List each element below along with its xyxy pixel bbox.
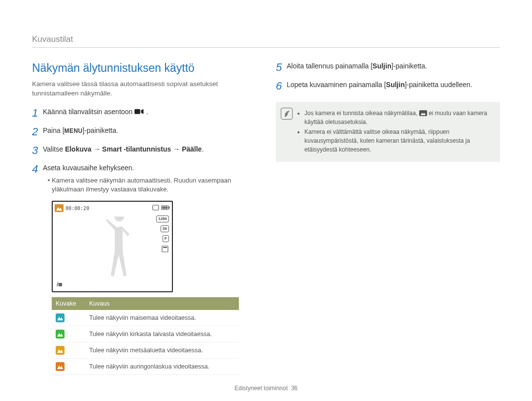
step-2: 2 Paina [MENU]-painiketta. <box>32 126 256 138</box>
table-cell-icon <box>52 359 85 375</box>
svg-rect-7 <box>163 207 164 209</box>
note-item-2: Kamera ei välttämättä valitse oikeaa näk… <box>304 127 491 154</box>
step-number: 2 <box>32 126 43 138</box>
table-cell-icon <box>52 310 85 326</box>
bold-shutter: Suljin <box>386 81 405 89</box>
bold-path-2: Smart -tilantunnistus <box>102 145 171 153</box>
step-sub-bullet: Kamera valitsee näkymän automaattisesti.… <box>52 176 256 194</box>
scene-icon <box>56 313 65 322</box>
step-body: Aseta kuvausaihe kehykseen. Kamera valit… <box>43 163 256 194</box>
svg-marker-16 <box>57 366 63 369</box>
table-head-desc: Kuvaus <box>85 297 239 310</box>
step-text: Lopeta kuvaaminen painamalla [ <box>287 81 386 89</box>
step-body: Käännä tilanvalitsin asentoon . <box>43 107 256 117</box>
scene-icon <box>56 330 65 339</box>
step-text-post: . <box>202 145 204 153</box>
table-row: Tulee näkyviin maisemaa videoitaessa. <box>52 310 239 326</box>
battery-icon <box>161 205 170 212</box>
arrow: → <box>92 145 102 153</box>
svg-rect-0 <box>134 109 140 114</box>
step-body: Lopeta kuvaaminen painamalla [Suljin]-pa… <box>287 80 500 90</box>
table-row: Tulee näkyviin auringonlaskua videoitaes… <box>52 359 239 375</box>
bold-path-3: Päälle <box>182 145 201 153</box>
svg-rect-12 <box>59 283 62 286</box>
note-box: Jos kamera ei tunnista oikeaa näkymätila… <box>276 102 500 162</box>
left-column: Näkymän älytunnistuksen käyttö Kamera va… <box>32 62 256 375</box>
lcd-fps-badge: 30 <box>161 225 169 232</box>
step-number: 4 <box>32 163 43 175</box>
step-text: Aseta kuvausaihe kehykseen. <box>43 164 134 172</box>
bold-shutter: Suljin <box>372 62 391 70</box>
step-text-post: ]-painiketta. <box>391 62 427 70</box>
table-cell-desc: Tulee näkyviin metsäaluetta videoitaessa… <box>85 342 239 359</box>
note-text: Jos kamera ei tunnista oikeaa näkymätila… <box>304 110 419 117</box>
step-6: 6 Lopeta kuvaaminen painamalla [Suljin]-… <box>276 80 500 92</box>
step-text-post: ]-painiketta. <box>83 126 118 134</box>
step-4: 4 Aseta kuvausaihe kehykseen. Kamera val… <box>32 163 256 194</box>
svg-rect-6 <box>169 207 170 209</box>
step-5: 5 Aloita tallennus painamalla [Suljin]-p… <box>276 62 500 73</box>
table-cell-desc: Tulee näkyviin kirkasta taivasta videoit… <box>85 326 239 342</box>
table-cell-desc: Tulee näkyviin maisemaa videoitaessa. <box>85 310 239 326</box>
step-number: 1 <box>32 107 43 119</box>
video-mode-icon <box>134 108 144 115</box>
svg-rect-17 <box>419 110 427 116</box>
svg-point-2 <box>142 110 143 111</box>
step-text: Käännä tilanvalitsin asentoon <box>43 108 134 116</box>
svg-rect-8 <box>164 207 166 209</box>
lcd-size-badge: 1280 <box>156 216 169 222</box>
table-row: Tulee näkyviin metsäaluetta videoitaessa… <box>52 342 239 359</box>
svg-rect-11 <box>163 247 167 248</box>
footer-label: Edistyneet toiminnot <box>234 385 288 392</box>
breadcrumb: Kuvaustilat <box>32 34 500 48</box>
info-icon <box>281 108 293 120</box>
smart-mode-badge-icon <box>55 204 64 212</box>
section-title: Näkymän älytunnistuksen käyttö <box>32 62 256 75</box>
page-footer: Edistyneet toiminnot 36 <box>32 385 500 392</box>
step-text: Paina [ <box>43 126 65 134</box>
table-cell-icon <box>52 326 85 342</box>
scene-icon <box>56 362 65 371</box>
scene-icon <box>56 346 65 355</box>
table-cell-desc: Tulee näkyviin auringonlaskua videoitaes… <box>85 359 239 375</box>
menu-label: MENU <box>65 127 83 134</box>
right-column: 5 Aloita tallennus painamalla [Suljin]-p… <box>276 62 500 375</box>
scene-icon-table: Kuvake Kuvaus Tulee näkyviin maisemaa vi… <box>52 297 239 375</box>
step-number: 6 <box>276 80 287 92</box>
table-row: Tulee näkyviin kirkasta taivasta videoit… <box>52 326 239 342</box>
arrow: → <box>171 145 182 153</box>
step-text: Aloita tallennus painamalla [ <box>287 62 372 70</box>
step-body: Paina [MENU]-painiketta. <box>43 126 256 136</box>
lcd-time: 00:00:20 <box>66 206 89 211</box>
intro-text: Kamera valitsee tässä tilassa automaatti… <box>32 80 256 98</box>
step-1: 1 Käännä tilanvalitsin asentoon . <box>32 107 256 119</box>
svg-marker-3 <box>56 207 62 211</box>
smart-inline-icon <box>419 110 427 116</box>
step-body: Aloita tallennus painamalla [Suljin]-pai… <box>287 62 500 71</box>
svg-rect-9 <box>166 207 167 209</box>
table-head-icon: Kuvake <box>52 297 85 310</box>
step-text-post: ]-painiketta uudelleen. <box>405 81 472 89</box>
step-3: 3 Valitse Elokuva → Smart -tilantunnistu… <box>32 145 256 156</box>
step-text-post: . <box>146 108 148 116</box>
note-item-1: Jos kamera ei tunnista oikeaa näkymätila… <box>304 109 491 126</box>
camera-lcd-illustration: 00:00:20 1280 30 F <box>52 201 173 292</box>
svg-marker-15 <box>57 349 63 353</box>
table-cell-icon <box>52 342 85 359</box>
card-icon <box>152 205 159 212</box>
bold-path-1: Elokuva <box>65 145 92 153</box>
lcd-focus-badge: F <box>163 235 169 242</box>
step-text: Valitse <box>43 145 65 153</box>
svg-rect-4 <box>153 205 159 210</box>
step-body: Valitse Elokuva → Smart -tilantunnistus … <box>43 145 256 154</box>
step-number: 3 <box>32 145 43 156</box>
svg-marker-13 <box>57 317 63 320</box>
footer-page: 36 <box>291 385 298 392</box>
person-silhouette <box>97 216 141 285</box>
stabilizer-icon <box>56 280 64 288</box>
svg-rect-10 <box>162 246 168 252</box>
memory-icon <box>161 245 169 254</box>
svg-marker-14 <box>57 333 63 337</box>
step-number: 5 <box>276 62 287 73</box>
